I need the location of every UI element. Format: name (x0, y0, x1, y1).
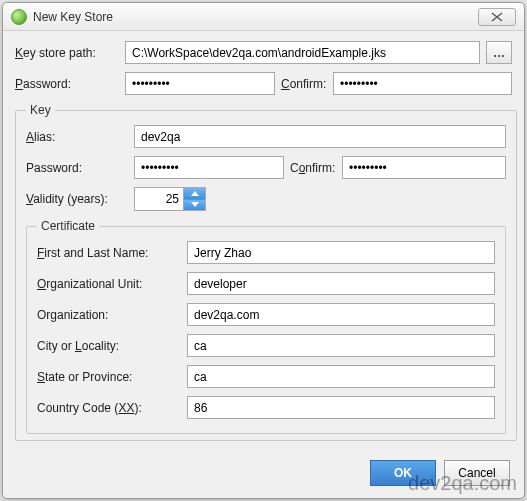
spinner-down-button[interactable] (183, 200, 205, 211)
close-icon (491, 12, 503, 22)
dialog-content: Key store path: … Password: Confirm: Key… (3, 31, 524, 452)
state-label: State or Province: (37, 370, 187, 384)
organizational-unit-input[interactable] (187, 272, 495, 295)
validity-input[interactable] (135, 188, 183, 210)
cancel-button[interactable]: Cancel (444, 460, 510, 486)
organizational-unit-label: Organizational Unit: (37, 277, 187, 291)
close-button[interactable] (478, 8, 516, 26)
country-code-label: Country Code (XX): (37, 401, 187, 415)
city-label: City or Locality: (37, 339, 187, 353)
key-password-input[interactable] (134, 156, 284, 179)
app-icon (11, 9, 27, 25)
key-confirm-input[interactable] (342, 156, 506, 179)
spinner-up-button[interactable] (183, 188, 205, 200)
organization-label: Organization: (37, 308, 187, 322)
key-password-label: Password: (26, 161, 134, 175)
ok-button[interactable]: OK (370, 460, 436, 486)
keystore-confirm-input[interactable] (333, 72, 512, 95)
chevron-up-icon (191, 191, 199, 196)
key-confirm-label: Confirm: (284, 161, 342, 175)
state-input[interactable] (187, 365, 495, 388)
key-fieldset: Key Alias: Password: Confirm: Validity (… (15, 103, 517, 441)
window-title: New Key Store (33, 10, 478, 24)
organization-input[interactable] (187, 303, 495, 326)
new-key-store-dialog: New Key Store Key store path: … Password… (2, 2, 525, 499)
keystore-path-label: Key store path: (15, 46, 125, 60)
key-legend: Key (26, 103, 55, 117)
city-input[interactable] (187, 334, 495, 357)
keystore-confirm-label: Confirm: (275, 77, 333, 91)
country-code-input[interactable] (187, 396, 495, 419)
dialog-footer: OK Cancel (3, 452, 524, 498)
alias-label: Alias: (26, 130, 134, 144)
chevron-down-icon (191, 202, 199, 207)
alias-input[interactable] (134, 125, 506, 148)
validity-spinner[interactable] (134, 187, 206, 211)
certificate-fieldset: Certificate First and Last Name: Organiz… (26, 219, 506, 434)
keystore-path-input[interactable] (125, 41, 480, 64)
keystore-password-label: Password: (15, 77, 125, 91)
validity-label: Validity (years): (26, 192, 134, 206)
certificate-legend: Certificate (37, 219, 99, 233)
ellipsis-icon: … (493, 46, 505, 60)
keystore-password-input[interactable] (125, 72, 275, 95)
first-last-name-label: First and Last Name: (37, 246, 187, 260)
first-last-name-input[interactable] (187, 241, 495, 264)
browse-button[interactable]: … (486, 41, 512, 64)
titlebar[interactable]: New Key Store (3, 3, 524, 31)
